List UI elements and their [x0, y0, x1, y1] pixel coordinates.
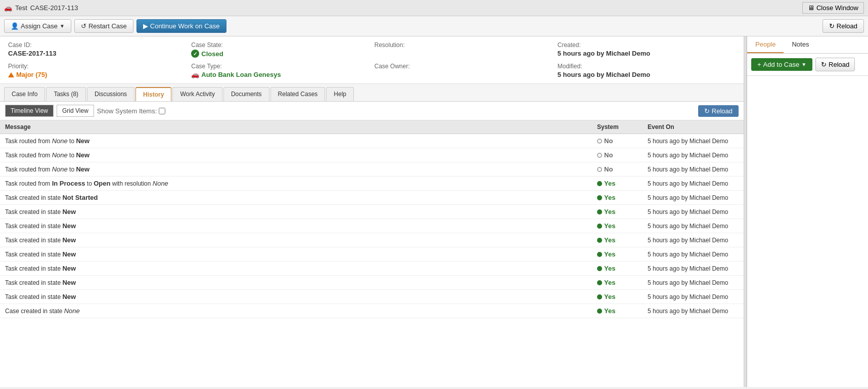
yes-label: Yes [604, 180, 615, 187]
tab-documents[interactable]: Documents [223, 87, 269, 101]
resolution-label: Resolution: [375, 41, 553, 49]
yes-dot [597, 266, 602, 271]
message-cell: Task routed from None to New [0, 134, 592, 148]
event-on-cell: 5 hours ago by Michael Demo [643, 162, 744, 177]
case-state-value: ✓ Closed [191, 50, 369, 58]
show-system-checkbox[interactable] [159, 108, 165, 114]
created-label: Created: [558, 41, 736, 49]
assign-case-button[interactable]: 👤 Assign Case ▼ [4, 19, 71, 33]
main-toolbar: 👤 Assign Case ▼ ↺ Restart Case ▶ Continu… [0, 16, 868, 36]
table-row: Task created in state NewYes5 hours ago … [0, 247, 744, 262]
tab-discussions[interactable]: Discussions [87, 87, 134, 101]
message-cell: Task routed from In Process to Open with… [0, 177, 592, 191]
yes-label: Yes [604, 250, 615, 258]
reload-panel-button[interactable]: ↻ Reload [815, 58, 855, 71]
table-row: Task created in state NewYes5 hours ago … [0, 233, 744, 247]
timeline-view-button[interactable]: Timeline View [5, 105, 54, 117]
col-event-on: Event On [643, 120, 744, 134]
car-icon: 🚗 [4, 4, 12, 12]
history-table-wrapper: Message System Event On Task routed from… [0, 120, 744, 318]
reload-history-button[interactable]: ↻ Reload [698, 105, 739, 117]
message-cell: Task created in state Not Started [0, 191, 592, 205]
chevron-down-icon: ▼ [60, 23, 65, 29]
event-on-cell: 5 hours ago by Michael Demo [643, 247, 744, 262]
table-row: Task routed from None to NewNo5 hours ag… [0, 162, 744, 177]
close-window-button[interactable]: 🖥 Close Window [802, 2, 864, 14]
table-row: Task routed from None to NewNo5 hours ag… [0, 134, 744, 148]
system-cell: Yes [592, 191, 643, 205]
refresh-icon: ↺ [81, 22, 86, 30]
tab-related-cases[interactable]: Related Cases [270, 87, 326, 101]
yes-label: Yes [604, 307, 615, 315]
priority-value: Major (75) [8, 71, 186, 78]
system-cell: Yes [592, 233, 643, 247]
yes-label: Yes [604, 222, 615, 230]
top-bar: 🚗 Test CASE-2017-113 🖥 Close Window [0, 0, 868, 16]
play-icon: ▶ [143, 22, 148, 30]
message-cell: Task routed from None to New [0, 148, 592, 162]
system-cell: Yes [592, 177, 643, 191]
event-on-cell: 5 hours ago by Michael Demo [643, 177, 744, 191]
case-state-field: Case State: ✓ Closed [191, 41, 369, 58]
grid-view-button[interactable]: Grid View [57, 105, 94, 117]
tab-case-info[interactable]: Case Info [4, 87, 45, 101]
plus-icon: + [757, 61, 761, 68]
tab-history[interactable]: History [135, 87, 171, 101]
reload-icon: ↻ [704, 107, 710, 115]
reload-icon: ↻ [829, 22, 835, 30]
case-id-field: Case ID: CASE-2017-113 [8, 41, 186, 58]
tab-people[interactable]: People [747, 36, 784, 53]
message-cell: Task created in state New [0, 247, 592, 262]
history-table: Message System Event On Task routed from… [0, 120, 744, 318]
modified-field: Modified: 5 hours ago by Michael Demo [558, 63, 736, 78]
yes-label: Yes [604, 265, 615, 272]
table-row: Task created in state Not StartedYes5 ho… [0, 191, 744, 205]
no-label: No [604, 151, 613, 159]
event-on-cell: 5 hours ago by Michael Demo [643, 233, 744, 247]
app-title: 🚗 Test CASE-2017-113 [4, 4, 78, 12]
tab-tasks[interactable]: Tasks (8) [46, 87, 86, 101]
show-system-label: Show System Items: [97, 107, 157, 115]
case-type-link[interactable]: 🚗 Auto Bank Loan Genesys [191, 71, 369, 78]
no-dot [597, 167, 602, 172]
event-on-cell: 5 hours ago by Michael Demo [643, 205, 744, 219]
table-row: Task routed from In Process to Open with… [0, 177, 744, 191]
message-cell: Task created in state New [0, 276, 592, 290]
table-row: Task created in state NewYes5 hours ago … [0, 290, 744, 304]
yes-label: Yes [604, 293, 615, 300]
message-cell: Task created in state New [0, 233, 592, 247]
case-type-field: Case Type: 🚗 Auto Bank Loan Genesys [191, 63, 369, 78]
yes-label: Yes [604, 279, 615, 286]
system-cell: Yes [592, 219, 643, 233]
case-id-title: CASE-2017-113 [30, 4, 78, 12]
tab-work-activity[interactable]: Work Activity [172, 87, 222, 101]
event-on-cell: 5 hours ago by Michael Demo [643, 290, 744, 304]
table-row: Task created in state NewYes5 hours ago … [0, 276, 744, 290]
table-row: Task created in state NewYes5 hours ago … [0, 219, 744, 233]
system-cell: Yes [592, 247, 643, 262]
case-owner-field: Case Owner: [375, 63, 553, 78]
check-circle-icon: ✓ [191, 50, 199, 58]
col-message: Message [0, 120, 592, 134]
col-system: System [592, 120, 643, 134]
system-cell: Yes [592, 262, 643, 276]
user-icon: 👤 [11, 22, 19, 30]
yes-label: Yes [604, 194, 615, 201]
reload-button-top[interactable]: ↻ Reload [823, 19, 864, 33]
add-to-case-button[interactable]: + Add to Case ▼ [751, 58, 812, 71]
show-system-items: Show System Items: [97, 107, 165, 115]
right-panel: People Notes + Add to Case ▼ ↻ Reload [747, 36, 868, 387]
no-label: No [604, 165, 613, 173]
case-type-label: Case Type: [191, 63, 369, 70]
restart-case-button[interactable]: ↺ Restart Case [74, 19, 133, 33]
tab-notes[interactable]: Notes [784, 36, 817, 53]
message-cell: Task created in state New [0, 290, 592, 304]
history-toolbar: Timeline View Grid View Show System Item… [0, 102, 744, 120]
message-cell: Task created in state New [0, 205, 592, 219]
event-on-cell: 5 hours ago by Michael Demo [643, 191, 744, 205]
tab-help[interactable]: Help [326, 87, 354, 101]
message-cell: Task created in state New [0, 262, 592, 276]
no-dot [597, 153, 602, 158]
car-icon-small: 🚗 [191, 71, 199, 78]
continue-work-button[interactable]: ▶ Continue Work on Case [136, 19, 226, 33]
